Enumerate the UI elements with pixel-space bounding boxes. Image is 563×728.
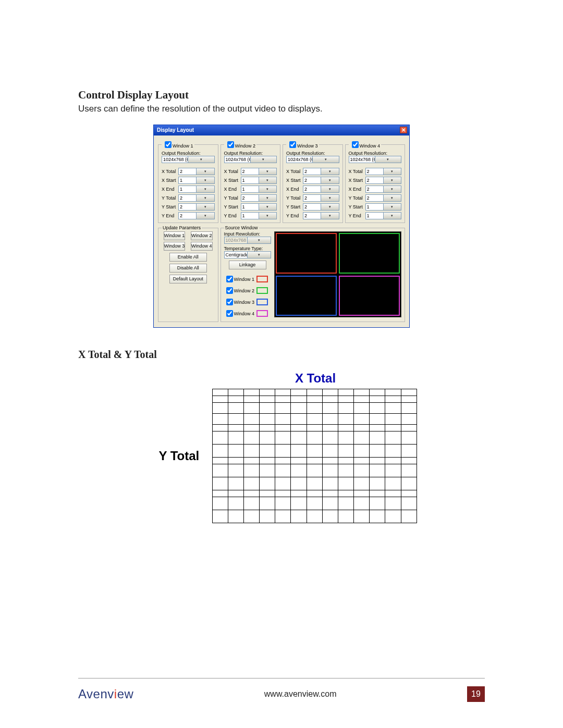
combo-box[interactable]: 1024x768 (60Hz) ▾ (349, 156, 402, 163)
chevron-down-icon[interactable]: ▾ (196, 168, 214, 175)
chevron-down-icon[interactable]: ▾ (196, 177, 214, 183)
spin-box[interactable]: 2 ▾ (241, 194, 277, 202)
field-label: Y Total (349, 195, 365, 201)
update-window-button[interactable]: Window 2 (191, 231, 213, 240)
preview-cell (339, 276, 400, 316)
window-checkbox[interactable] (226, 310, 233, 317)
window-checkbox[interactable] (227, 141, 234, 148)
chevron-down-icon[interactable]: ▾ (196, 186, 214, 192)
chevron-down-icon[interactable]: ▾ (321, 186, 338, 192)
chevron-down-icon[interactable]: ▾ (321, 168, 338, 175)
update-window-button[interactable]: Window 1 (164, 231, 186, 240)
combo-box[interactable]: 1024x768 (60Hz) ▾ (162, 156, 215, 163)
chevron-down-icon[interactable]: ▾ (247, 252, 271, 258)
spin-box[interactable]: 2 ▾ (365, 177, 402, 184)
spin-box[interactable]: 2 ▾ (303, 194, 339, 202)
spin-value: 1 (241, 178, 259, 183)
chevron-down-icon[interactable]: ▾ (312, 156, 338, 163)
spin-box[interactable]: 1 ▾ (365, 203, 402, 211)
window-checkbox[interactable] (226, 276, 233, 282)
window-checkbox[interactable] (289, 141, 296, 148)
chevron-down-icon[interactable]: ▾ (259, 168, 276, 175)
chevron-down-icon[interactable]: ▾ (383, 204, 401, 210)
spin-box[interactable]: 2 ▾ (303, 212, 339, 219)
spin-box[interactable]: 1 ▾ (178, 177, 215, 184)
spin-box[interactable]: 2 ▾ (241, 168, 277, 175)
chevron-down-icon[interactable]: ▾ (383, 168, 401, 175)
chevron-down-icon[interactable]: ▾ (250, 156, 276, 163)
update-parameters-group: Update Paramters Window 1Window 2Window … (158, 225, 218, 322)
chevron-down-icon[interactable]: ▾ (321, 195, 338, 201)
chevron-down-icon[interactable]: ▾ (196, 213, 214, 219)
window-checkbox[interactable] (352, 141, 359, 148)
section-intro: Users can define the resolution of the o… (78, 104, 485, 114)
chevron-down-icon[interactable]: ▾ (188, 156, 214, 163)
spin-box[interactable]: 2 ▾ (365, 194, 402, 202)
page-number: 19 (467, 686, 485, 702)
spin-box[interactable]: 2 ▾ (178, 212, 215, 219)
chevron-down-icon[interactable]: ▾ (196, 204, 214, 210)
combo-value: 1024x768 (60Hz) (162, 157, 188, 162)
window-checkbox[interactable] (165, 141, 172, 148)
spin-box[interactable]: 1 ▾ (241, 212, 277, 219)
chevron-down-icon[interactable]: ▾ (383, 186, 401, 192)
linkage-button[interactable]: Linkage (229, 261, 266, 269)
combo-box[interactable]: 1024x768 (60Hz) ▾ (224, 156, 277, 163)
chevron-down-icon[interactable]: ▾ (259, 213, 276, 219)
window-checkbox[interactable] (226, 299, 233, 305)
chevron-down-icon[interactable]: ▾ (259, 204, 276, 210)
spin-box[interactable]: 1 ▾ (178, 186, 215, 193)
spin-box[interactable]: 2 ▾ (303, 186, 339, 193)
spin-value: 2 (366, 195, 383, 201)
combo-box[interactable]: 1024x768 (60Hz) ▾ (286, 156, 339, 163)
field-label: Y Total (224, 195, 241, 201)
spin-box[interactable]: 2 ▾ (303, 168, 339, 175)
close-icon[interactable]: ✕ (400, 127, 407, 133)
field-label: X Total (286, 169, 303, 174)
update-window-button[interactable]: Window 4 (191, 242, 213, 251)
spin-box[interactable]: 2 ▾ (303, 203, 339, 211)
spin-value: 2 (303, 169, 321, 174)
output-res-label: Output Resolution: (224, 151, 263, 156)
window-2-group: Window 2 Output Resolution: 1024x768 (60… (221, 140, 281, 223)
spin-box[interactable]: 1 ▾ (241, 177, 277, 184)
update-window-button[interactable]: Window 3 (164, 242, 186, 251)
disable-all-button[interactable]: Disable All (169, 264, 207, 273)
field-label: X Total (349, 169, 365, 174)
window-toggle-row: Window 1 (224, 274, 271, 284)
chevron-down-icon[interactable]: ▾ (383, 195, 401, 201)
combo-value: Centigrade (225, 252, 248, 257)
preview-cell (339, 233, 400, 274)
spin-box[interactable]: 2 ▾ (178, 194, 215, 202)
window-checkbox[interactable] (226, 287, 233, 294)
field-label: X Total (224, 169, 241, 174)
spin-box[interactable]: 2 ▾ (178, 203, 215, 211)
chevron-down-icon[interactable]: ▾ (383, 213, 401, 219)
spin-box[interactable]: 2 ▾ (303, 177, 339, 184)
dialog-title: Display Layout (157, 127, 400, 133)
chevron-down-icon[interactable]: ▾ (259, 177, 276, 183)
combo-value: 1024x768 (60Hz) (349, 157, 375, 162)
spin-box[interactable]: 2 ▾ (365, 186, 402, 193)
chevron-down-icon[interactable]: ▾ (383, 177, 401, 183)
chevron-down-icon[interactable]: ▾ (321, 204, 338, 210)
spin-box[interactable]: 2 ▾ (365, 168, 402, 175)
color-swatch (256, 276, 268, 282)
spin-value: 2 (241, 195, 259, 201)
spin-box[interactable]: 1 ▾ (241, 186, 277, 193)
chevron-down-icon[interactable]: ▾ (375, 156, 401, 163)
enable-all-button[interactable]: Enable All (169, 253, 207, 262)
chevron-down-icon[interactable]: ▾ (196, 195, 214, 201)
spin-box[interactable]: 1 ▾ (241, 203, 277, 211)
default-layout-button[interactable]: Default Layout (169, 275, 207, 283)
chevron-down-icon[interactable]: ▾ (321, 177, 338, 183)
spin-box[interactable]: 2 ▾ (178, 168, 215, 175)
chevron-down-icon[interactable]: ▾ (259, 186, 276, 192)
layout-preview (274, 231, 402, 317)
spin-box[interactable]: 1 ▾ (365, 212, 402, 219)
chevron-down-icon[interactable]: ▾ (259, 195, 276, 201)
chevron-down-icon[interactable]: ▾ (321, 213, 338, 219)
combo-box: 1024x768 (60Hz) ▾ (224, 237, 271, 244)
combo-box[interactable]: Centigrade ▾ (224, 251, 271, 258)
output-res-label: Output Resolution: (286, 151, 325, 156)
